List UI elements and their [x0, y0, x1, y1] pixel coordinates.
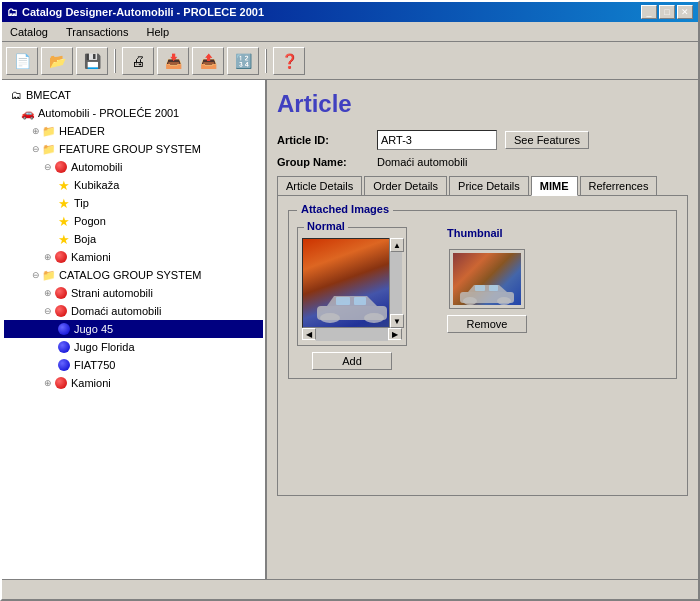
- save-button[interactable]: 💾: [76, 47, 108, 75]
- tree-label-bmecat: BMECAT: [26, 89, 71, 101]
- title-bar: 🗂 Catalog Designer-Automobili - PROLECE …: [2, 2, 698, 22]
- right-panel: Article Article ID: See Features Group N…: [267, 80, 698, 579]
- tree-label-strani: Strani automobili: [71, 287, 153, 299]
- normal-image-scroll[interactable]: [302, 238, 402, 328]
- group-name-label: Group Name:: [277, 156, 377, 168]
- help-button[interactable]: ❓: [273, 47, 305, 75]
- folder-header-icon: 📁: [41, 123, 57, 139]
- jugo-florida-icon: [56, 339, 72, 355]
- tree-label-kamioni-feature: Kamioni: [71, 251, 111, 263]
- minimize-button[interactable]: _: [641, 5, 657, 19]
- car-silhouette-normal: [312, 288, 392, 323]
- tree-item-boja[interactable]: ★ Boja: [4, 230, 263, 248]
- tree-item-tip[interactable]: ★ Tip: [4, 194, 263, 212]
- images-row: Normal: [297, 227, 668, 370]
- tree-item-bmecat[interactable]: 🗂 BMECAT: [4, 86, 263, 104]
- add-button[interactable]: Add: [312, 352, 392, 370]
- tree-item-kamioni-feature[interactable]: ⊕ Kamioni: [4, 248, 263, 266]
- tabs-container: Article Details Order Details Price Deta…: [277, 176, 688, 196]
- thumbnail-label: Thumbnail: [447, 227, 503, 239]
- maximize-button[interactable]: □: [659, 5, 675, 19]
- expand-icon-feature: ⊖: [32, 144, 40, 154]
- status-bar: [2, 579, 698, 599]
- tree-item-pogon[interactable]: ★ Pogon: [4, 212, 263, 230]
- svg-rect-4: [354, 297, 366, 305]
- tree-label-header: HEADER: [59, 125, 105, 137]
- tree-item-automobili-root[interactable]: 🚗 Automobili - PROLEĆE 2001: [4, 104, 263, 122]
- domaci-icon: [53, 303, 69, 319]
- toolbar: 📄 📂 💾 🖨 📥 📤 🔢 ❓: [2, 42, 698, 80]
- star-pogon-icon: ★: [56, 213, 72, 229]
- normal-image-scrollbar-v[interactable]: ▲ ▼: [389, 238, 402, 328]
- expand-icon-kamioni-cat: ⊕: [44, 378, 52, 388]
- normal-image-section: Normal: [297, 227, 407, 370]
- calc-button[interactable]: 🔢: [227, 47, 259, 75]
- scroll-up-btn[interactable]: ▲: [390, 238, 404, 252]
- tree-label-boja: Boja: [74, 233, 96, 245]
- close-button[interactable]: ✕: [677, 5, 693, 19]
- tree-item-jugo45[interactable]: Jugo 45: [4, 320, 263, 338]
- toolbar-separator-1: [114, 49, 116, 73]
- normal-image-group: Normal: [297, 227, 407, 346]
- fiat750-icon: [56, 357, 72, 373]
- star-tip-icon: ★: [56, 195, 72, 211]
- thumbnail-section: Thumbnail: [447, 227, 527, 370]
- export-button[interactable]: 📤: [192, 47, 224, 75]
- attached-images-group: Attached Images Normal: [288, 210, 677, 379]
- print-button[interactable]: 🖨: [122, 47, 154, 75]
- tree-item-domaci[interactable]: ⊖ Domaći automobili: [4, 302, 263, 320]
- main-window: 🗂 Catalog Designer-Automobili - PROLECE …: [0, 0, 700, 601]
- tab-mime[interactable]: MIME: [531, 176, 578, 196]
- normal-scroll-container: ▲ ▼: [302, 238, 402, 328]
- article-id-label: Article ID:: [277, 134, 377, 146]
- car-icon: 🚗: [20, 105, 36, 121]
- group-name-row: Group Name: Domaći automobili: [277, 156, 688, 168]
- tree-label-domaci: Domaći automobili: [71, 305, 161, 317]
- tree-item-catalog-group-system[interactable]: ⊖ 📁 CATALOG GROUP SYSTEM: [4, 266, 263, 284]
- tree-label-kubikaza: Kubikaža: [74, 179, 119, 191]
- menu-transactions[interactable]: Transactions: [62, 25, 133, 39]
- expand-icon-kamioni-feat: ⊕: [44, 252, 52, 262]
- article-id-row: Article ID: See Features: [277, 130, 688, 150]
- scroll-track: [390, 252, 402, 314]
- window-icon: 🗂: [7, 6, 18, 18]
- new-button[interactable]: 📄: [6, 47, 38, 75]
- bmecat-icon: 🗂: [8, 87, 24, 103]
- tab-price-details[interactable]: Price Details: [449, 176, 529, 195]
- normal-image-scrollbar-h[interactable]: ◀ ▶: [302, 328, 402, 341]
- tree-item-header[interactable]: ⊕ 📁 HEADER: [4, 122, 263, 140]
- tree-item-fiat750[interactable]: FIAT750: [4, 356, 263, 374]
- tree-label-tip: Tip: [74, 197, 89, 209]
- menu-bar: Catalog Transactions Help: [2, 22, 698, 42]
- tree-label-fiat750: FIAT750: [74, 359, 115, 371]
- folder-feature-icon: 📁: [41, 141, 57, 157]
- menu-catalog[interactable]: Catalog: [6, 25, 52, 39]
- scroll-left-btn[interactable]: ◀: [302, 328, 316, 340]
- remove-button[interactable]: Remove: [447, 315, 527, 333]
- tree-item-automobili-group[interactable]: ⊖ Automobili: [4, 158, 263, 176]
- left-panel: 🗂 BMECAT 🚗 Automobili - PROLEĆE 2001 ⊕ 📁…: [2, 80, 267, 579]
- tree-item-jugo-florida[interactable]: Jugo Florida: [4, 338, 263, 356]
- tree-item-kamioni-catalog[interactable]: ⊕ Kamioni: [4, 374, 263, 392]
- tab-references[interactable]: Referrences: [580, 176, 658, 195]
- expand-icon-auto-group: ⊖: [44, 162, 52, 172]
- scroll-down-btn[interactable]: ▼: [390, 314, 404, 328]
- tree-item-feature-group-system[interactable]: ⊖ 📁 FEATURE GROUP SYSTEM: [4, 140, 263, 158]
- tab-order-details[interactable]: Order Details: [364, 176, 447, 195]
- menu-help[interactable]: Help: [142, 25, 173, 39]
- import-button[interactable]: 📥: [157, 47, 189, 75]
- see-features-button[interactable]: See Features: [505, 131, 589, 149]
- tab-article-details[interactable]: Article Details: [277, 176, 362, 195]
- car-silhouette-thumb: [457, 279, 517, 305]
- tree-item-strani[interactable]: ⊕ Strani automobili: [4, 284, 263, 302]
- car-image-normal: [303, 239, 401, 327]
- jugo45-icon: [56, 321, 72, 337]
- tree-item-kubikaza[interactable]: ★ Kubikaža: [4, 176, 263, 194]
- title-bar-buttons: _ □ ✕: [641, 5, 693, 19]
- article-id-input[interactable]: [377, 130, 497, 150]
- expand-icon-domaci: ⊖: [44, 306, 52, 316]
- open-button[interactable]: 📂: [41, 47, 73, 75]
- svg-rect-8: [475, 285, 485, 291]
- expand-icon-catalog: ⊖: [32, 270, 40, 280]
- scroll-right-btn[interactable]: ▶: [388, 328, 402, 340]
